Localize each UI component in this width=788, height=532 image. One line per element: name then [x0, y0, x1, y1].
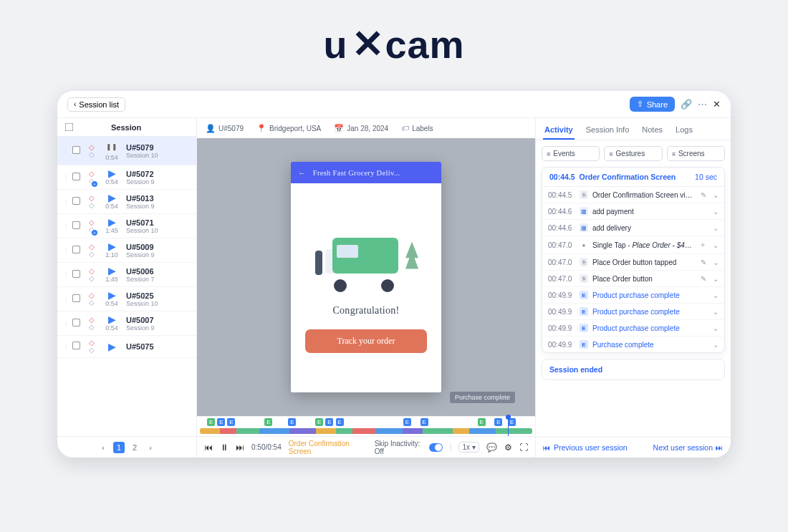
note-button[interactable]: 💬 — [486, 442, 497, 453]
chevron-down-icon[interactable]: ⌄ — [713, 241, 719, 249]
chevron-down-icon[interactable]: ⌄ — [713, 208, 719, 216]
session-checkbox[interactable] — [72, 294, 80, 301]
session-checkbox[interactable] — [72, 145, 80, 153]
session-checkbox[interactable] — [72, 269, 80, 277]
activity-row[interactable]: 00:47.0●Single Tap - Place Order - $43.3… — [542, 236, 724, 254]
playhead[interactable] — [508, 417, 509, 436]
speed-select[interactable]: 1x ▾ — [458, 442, 479, 453]
activity-row[interactable]: 00:49.9EProduct purchase complete⌄ — [542, 304, 724, 320]
timeline-marker[interactable]: E — [494, 418, 502, 426]
play-icon[interactable]: ▶ — [108, 291, 116, 299]
page-1[interactable]: 1 — [113, 442, 125, 453]
event-type-icon: E — [580, 291, 588, 299]
activity-row[interactable]: 00:44.5⎘Order Confirmation Screen visite… — [542, 187, 724, 203]
prev-session-link[interactable]: ⏮Previous user session — [543, 443, 628, 452]
activity-row[interactable]: 00:44.6▦add payment⌄ — [542, 203, 724, 220]
session-row[interactable]: ⋮◇◇▶1:10U#5009Session 9 — [57, 238, 196, 263]
session-checkbox[interactable] — [72, 196, 80, 204]
activity-filters: ≡Events ≡Gestures ≡Screens — [536, 140, 731, 167]
pause-icon[interactable]: ❚❚ — [105, 140, 118, 153]
timeline-marker[interactable]: E — [325, 418, 333, 426]
play-icon[interactable]: ▶ — [108, 242, 116, 251]
skip-next-icon: ⏭ — [716, 443, 724, 452]
activity-row[interactable]: 00:44.6▦add delivery⌄ — [542, 220, 724, 236]
chevron-down-icon[interactable]: ⌄ — [713, 308, 719, 316]
chevron-down-icon[interactable]: ⌄ — [713, 341, 719, 349]
filter-events[interactable]: ≡Events — [542, 146, 600, 161]
tab-activity[interactable]: Activity — [543, 122, 575, 140]
next-session-link[interactable]: Next user session⏭ — [653, 443, 724, 452]
session-row[interactable]: ⋮◇◇▶1:45U#5006Session 7 — [57, 263, 196, 287]
session-row[interactable]: ⋮◇◇▶0:54U#5013Session 9 — [57, 190, 196, 214]
play-icon[interactable]: ▶ — [108, 342, 116, 351]
fullscreen-button[interactable]: ⛶ — [519, 442, 528, 453]
timeline-marker[interactable]: E — [478, 418, 486, 426]
session-checkbox[interactable] — [72, 245, 80, 253]
pause-button[interactable]: ⏸ — [220, 442, 229, 453]
prev-button[interactable]: ⏮ — [204, 442, 213, 453]
activity-row[interactable]: 00:47.0⎘Place Order button✎⌄ — [542, 271, 724, 287]
timeline-marker[interactable]: E — [227, 418, 235, 426]
activity-row[interactable]: 00:49.9EProduct purchase complete⌄ — [542, 287, 724, 304]
session-user-id: U#5009 — [126, 243, 155, 251]
chevron-down-icon[interactable]: ⌄ — [713, 324, 719, 332]
timeline-marker[interactable]: E — [421, 418, 428, 426]
filter-screens[interactable]: ≡Screens — [667, 146, 725, 161]
session-row[interactable]: ⋮◇◇▶U#5075 — [57, 336, 196, 358]
timeline-marker[interactable]: E — [207, 418, 215, 426]
timeline[interactable]: EEEEEEEEEEEEE — [197, 416, 535, 436]
activity-row[interactable]: 00:49.9EProduct purchase complete⌄ — [542, 320, 724, 337]
page-2[interactable]: 2 — [129, 442, 140, 453]
settings-button[interactable]: ⚙ — [504, 442, 512, 453]
session-checkbox[interactable] — [72, 172, 80, 180]
skip-inactivity-toggle[interactable] — [429, 443, 442, 452]
session-row[interactable]: ⋮◇◇▶0:54U#5007Session 9 — [57, 311, 196, 336]
session-checkbox[interactable] — [72, 318, 80, 326]
link-icon[interactable]: 🔗 — [681, 99, 692, 110]
edit-icon[interactable]: ✎ — [701, 275, 706, 283]
play-icon[interactable]: ▶ — [108, 169, 116, 178]
back-session-list-button[interactable]: ‹ Session list — [67, 97, 125, 112]
timeline-marker[interactable]: E — [264, 418, 272, 426]
timeline-marker[interactable]: E — [217, 418, 225, 426]
timeline-marker[interactable]: E — [315, 418, 323, 426]
tag-icon: ◇ — [89, 151, 95, 158]
activity-row[interactable]: 00:49.9EPurchase complete⌄ — [542, 337, 724, 352]
chevron-down-icon[interactable]: ⌄ — [713, 258, 719, 266]
close-icon[interactable]: ✕ — [713, 99, 721, 110]
activity-row[interactable]: 00:47.0⎘Place Order button tapped✎⌄ — [542, 254, 724, 271]
share-button[interactable]: ⇪ Share — [630, 97, 675, 112]
edit-icon[interactable]: ✎ — [701, 191, 706, 199]
timeline-marker[interactable]: E — [403, 418, 411, 426]
tab-logs[interactable]: Logs — [674, 122, 694, 140]
more-icon[interactable]: ⋯ — [698, 99, 707, 110]
session-checkbox[interactable] — [72, 342, 80, 349]
session-row[interactable]: ⋮◇◇❚❚0:54U#5079Session 10 — [57, 137, 196, 165]
play-icon[interactable]: ▶ — [108, 315, 116, 324]
session-row[interactable]: ⋮◇◇▶0:54U#5025Session 10 — [57, 287, 196, 311]
play-icon[interactable]: ▶ — [108, 218, 116, 226]
page-next[interactable]: › — [145, 442, 156, 453]
track-order-button[interactable]: Track your order — [305, 329, 427, 353]
edit-icon[interactable]: ✎ — [701, 258, 706, 266]
select-all-checkbox[interactable] — [65, 123, 74, 132]
meta-labels[interactable]: Labels — [412, 125, 433, 132]
chevron-down-icon[interactable]: ⌄ — [713, 191, 719, 199]
session-checkbox[interactable] — [72, 221, 80, 228]
add-icon[interactable]: ＋ — [699, 240, 706, 250]
chevron-down-icon[interactable]: ⌄ — [713, 224, 719, 232]
tab-session-info[interactable]: Session Info — [585, 122, 631, 140]
session-row[interactable]: ⋮◇◇•▶0:54U#5072Session 9 — [57, 165, 196, 190]
chevron-down-icon[interactable]: ⌄ — [713, 275, 719, 283]
timeline-marker[interactable]: E — [336, 418, 344, 426]
timeline-marker[interactable]: E — [288, 418, 296, 426]
next-button[interactable]: ⏭ — [236, 442, 244, 453]
play-icon[interactable]: ▶ — [108, 193, 116, 202]
session-row[interactable]: ⋮◇◇•▶1:45U#5071Session 10 — [57, 214, 196, 238]
illustration-truck — [312, 229, 420, 292]
filter-gestures[interactable]: ≡Gestures — [604, 146, 662, 161]
chevron-down-icon[interactable]: ⌄ — [713, 291, 719, 299]
play-icon[interactable]: ▶ — [108, 266, 116, 275]
tab-notes[interactable]: Notes — [640, 122, 664, 140]
page-prev[interactable]: ‹ — [97, 442, 109, 453]
